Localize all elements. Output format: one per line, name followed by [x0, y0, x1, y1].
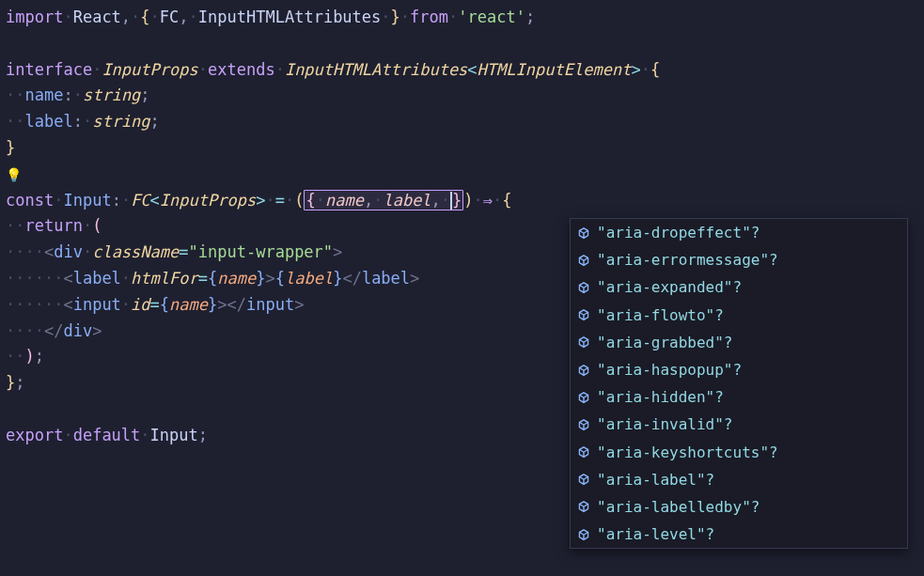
code-line[interactable]: } — [6, 134, 918, 161]
autocomplete-label: "aria-haspopup"? — [597, 357, 742, 382]
autocomplete-item[interactable]: "aria-level"? — [571, 521, 907, 548]
field-icon — [576, 444, 591, 459]
autocomplete-item[interactable]: "aria-hidden"? — [571, 383, 907, 411]
code-line[interactable]: import·React,·{·FC,·InputHTMLAttributes·… — [6, 4, 918, 30]
autocomplete-item[interactable]: "aria-invalid"? — [571, 411, 907, 438]
lightbulb-icon: 💡 — [6, 164, 22, 186]
autocomplete-label: "aria-grabbed"? — [597, 330, 733, 355]
autocomplete-label: "aria-keyshortcuts"? — [597, 440, 778, 465]
field-icon — [576, 253, 591, 268]
field-icon — [576, 472, 591, 487]
code-line[interactable]: const·Input:·FC<InputProps>·=·({·name,·l… — [6, 187, 918, 213]
autocomplete-item[interactable]: "aria-labelledby"? — [571, 493, 907, 521]
autocomplete-label: "aria-errormessage"? — [597, 247, 778, 272]
autocomplete-label: "aria-expanded"? — [597, 274, 742, 300]
autocomplete-item[interactable]: "aria-expanded"? — [571, 273, 907, 301]
field-icon — [576, 390, 591, 405]
autocomplete-label: "aria-flowto"? — [597, 303, 724, 328]
autocomplete-item[interactable]: "aria-flowto"? — [571, 302, 907, 329]
autocomplete-label: "aria-hidden"? — [597, 384, 724, 410]
code-line[interactable]: interface·InputProps·extends·InputHTMLAt… — [6, 56, 918, 83]
field-icon — [576, 307, 591, 322]
field-icon — [576, 363, 591, 378]
autocomplete-popup[interactable]: "aria-dropeffect"? "aria-errormessage"? … — [570, 218, 908, 549]
autocomplete-label: "aria-dropeffect"? — [597, 220, 760, 245]
field-icon — [576, 335, 591, 350]
field-icon — [576, 417, 591, 432]
autocomplete-item[interactable]: "aria-dropeffect"? — [571, 219, 907, 246]
autocomplete-label: "aria-labelledby"? — [597, 494, 760, 520]
field-icon — [576, 226, 591, 241]
autocomplete-item[interactable]: "aria-grabbed"? — [571, 329, 907, 356]
field-icon — [576, 499, 591, 514]
autocomplete-label: "aria-level"? — [597, 522, 714, 547]
autocomplete-item[interactable]: "aria-haspopup"? — [571, 356, 907, 383]
field-icon — [576, 280, 591, 295]
autocomplete-item[interactable]: "aria-label"? — [571, 466, 907, 493]
code-line[interactable] — [6, 30, 918, 56]
lightbulb-hint[interactable]: 💡 — [6, 161, 918, 187]
field-icon — [576, 527, 591, 542]
autocomplete-label: "aria-invalid"? — [597, 412, 733, 437]
code-line[interactable]: ··name:·string; — [6, 82, 918, 108]
autocomplete-item[interactable]: "aria-keyshortcuts"? — [571, 439, 907, 466]
autocomplete-label: "aria-label"? — [597, 467, 714, 492]
code-line[interactable]: ··label:·string; — [6, 108, 918, 134]
autocomplete-item[interactable]: "aria-errormessage"? — [571, 246, 907, 273]
